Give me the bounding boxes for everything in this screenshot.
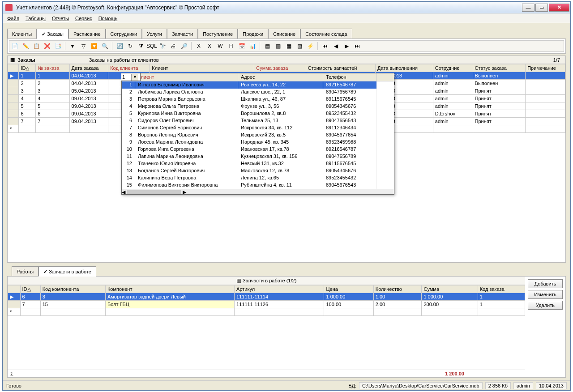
toolbar-delete-icon[interactable]: ❌ bbox=[43, 42, 51, 51]
menu-service[interactable]: Сервис bbox=[73, 15, 95, 22]
subtab-parts-in-work[interactable]: ✓Запчасти в работе bbox=[38, 266, 96, 277]
toolbar-layout4-icon[interactable]: ▧ bbox=[295, 42, 304, 51]
dropdown-row[interactable]: 14Калинина Вера Петровна Ленина 12, кв.6… bbox=[122, 175, 394, 182]
toolbar-first-icon[interactable]: ⏮ bbox=[321, 42, 329, 51]
menu-help[interactable]: Помощь bbox=[96, 15, 120, 22]
toolbar-sql-icon[interactable]: SQL bbox=[147, 42, 156, 51]
toolbar-preview-icon[interactable]: 🔎 bbox=[180, 42, 188, 51]
toolbar-html-icon[interactable]: H bbox=[227, 42, 235, 51]
menu-file[interactable]: Файл bbox=[4, 15, 22, 22]
col-header[interactable]: Сумма bbox=[422, 285, 478, 293]
menu-reports[interactable]: Отчеты bbox=[49, 15, 72, 22]
toolbar-last-icon[interactable]: ⏭ bbox=[353, 42, 362, 51]
dropdown-row[interactable]: 6Сидоров Олег Петрович Тельмана 25, 1389… bbox=[122, 117, 394, 124]
col-header[interactable]: Дата выполнения bbox=[376, 64, 433, 72]
dropdown-row[interactable]: 15Филимонова Виктория Викторовна Рубиншт… bbox=[122, 182, 394, 189]
col-header[interactable]: Компонент bbox=[105, 285, 234, 293]
maximize-button[interactable]: ▭ bbox=[535, 4, 548, 12]
toolbar-layout3-icon[interactable]: ▦ bbox=[284, 42, 293, 51]
col-header[interactable]: Сумма заказа bbox=[254, 64, 306, 72]
toolbar-find-icon[interactable]: 🔍 bbox=[100, 42, 109, 51]
toolbar-next-icon[interactable]: ▶ bbox=[342, 42, 351, 51]
tab-income[interactable]: Поступление bbox=[198, 29, 238, 38]
dropdown-row[interactable]: 12Ткаченко Юлия Игоревна Невский 131, кв… bbox=[122, 160, 394, 167]
dropdown-row[interactable]: 9Лосева Марина Леонидовна Народная 45, к… bbox=[122, 139, 394, 146]
client-code-field[interactable] bbox=[121, 74, 131, 80]
toolbar-refresh2-icon[interactable]: ↻ bbox=[126, 42, 135, 51]
dropdown-row[interactable]: 11Лапина Марина Леонидовна Кузнецовская … bbox=[122, 153, 394, 160]
col-header[interactable]: Стоимость запчастей bbox=[306, 64, 375, 72]
client-dropdown[interactable]: ▼ ID△ Клиент Адрес Телефон 1Игнатов Влад… bbox=[121, 73, 394, 195]
dropdown-row[interactable]: 13Богданов Сергей Викторович Маяковская … bbox=[122, 167, 394, 175]
col-header[interactable]: Цена bbox=[324, 285, 373, 293]
col-header[interactable]: Код клиента bbox=[108, 64, 150, 72]
dropdown-row[interactable]: 7Симонов Сергей Борисович Искровская 34,… bbox=[122, 124, 394, 132]
new-row[interactable]: * bbox=[8, 308, 525, 316]
dropdown-row[interactable]: 5Курилова Инна Викторовна Ворошилова 2, … bbox=[122, 110, 394, 117]
toolbar-filter-icon[interactable]: ▼ bbox=[68, 42, 77, 51]
tab-services[interactable]: Услуги bbox=[142, 29, 167, 38]
bottom-panel: ▦ Запчасти в работе (1/2) ID△Код компоне… bbox=[7, 276, 566, 378]
col-header[interactable]: Код заказа bbox=[478, 285, 525, 293]
chevron-down-icon[interactable]: ▼ bbox=[131, 74, 138, 81]
toolbar-funnel-icon[interactable]: ⧩ bbox=[137, 42, 145, 51]
toolbar-excel-icon[interactable]: X bbox=[194, 42, 203, 51]
toolbar-word-icon[interactable]: W bbox=[216, 42, 225, 51]
minimize-button[interactable]: — bbox=[522, 4, 535, 12]
col-header[interactable]: Сотрудник bbox=[433, 64, 473, 72]
tab-employees[interactable]: Сотрудники bbox=[106, 29, 142, 38]
tab-writeoff[interactable]: Списание bbox=[268, 29, 300, 38]
col-header[interactable]: № заказа bbox=[36, 64, 69, 72]
toolbar-print-icon[interactable]: 🖨 bbox=[169, 42, 178, 51]
col-header[interactable]: ID△ bbox=[19, 64, 36, 72]
col-header[interactable]: Количество bbox=[373, 285, 422, 293]
tab-parts[interactable]: Запчасти bbox=[167, 29, 198, 38]
tab-clients[interactable]: Клиенты bbox=[7, 29, 37, 38]
client-code-input[interactable]: ▼ bbox=[121, 73, 141, 81]
tab-schedule[interactable]: Расписание bbox=[68, 29, 106, 38]
toolbar-calendar-icon[interactable]: 📅 bbox=[237, 42, 246, 51]
toolbar-filter-adv-icon[interactable]: 🔽 bbox=[90, 42, 98, 51]
toolbar-excel2-icon[interactable]: X bbox=[205, 42, 214, 51]
dropdown-scrollbar[interactable]: ◀▶ bbox=[122, 189, 394, 194]
menu-tables[interactable]: Таблицы bbox=[23, 15, 48, 22]
toolbar-copy-icon[interactable]: 📋 bbox=[32, 42, 41, 51]
delete-button[interactable]: Удалить bbox=[528, 301, 563, 310]
table-row[interactable]: 715Болт ГБЦ111111-11126100.002.00200.001 bbox=[8, 301, 525, 308]
subtab-works[interactable]: Работы bbox=[12, 266, 38, 276]
toolbar-prev-icon[interactable]: ◀ bbox=[331, 42, 340, 51]
toolbar-layout2-icon[interactable]: ▥ bbox=[274, 42, 282, 51]
toolbar-refresh-icon[interactable]: 🔄 bbox=[115, 42, 124, 51]
col-header[interactable]: Дата заказа bbox=[69, 64, 108, 72]
dropdown-body[interactable]: 1Игнатов Владимир Иванович Рылеева ул., … bbox=[122, 81, 394, 189]
tab-stock[interactable]: Состояние склада bbox=[300, 29, 352, 38]
toolbar-layout1-icon[interactable]: ▤ bbox=[263, 42, 272, 51]
dropdown-row[interactable]: 8Воронов Леонид Юрьевич Искровский 23, к… bbox=[122, 132, 394, 139]
close-button[interactable]: ✕ bbox=[549, 4, 569, 12]
tab-orders[interactable]: ✓Заказы bbox=[37, 29, 68, 39]
col-header[interactable]: Код компонента bbox=[40, 285, 105, 293]
table-row[interactable]: ▶63Амортизатор задней двери Левый111111-… bbox=[8, 293, 525, 301]
dropdown-row[interactable]: 10Горлова Инга Сергеевна Ивановская 17, … bbox=[122, 146, 394, 153]
add-button[interactable]: Добавить bbox=[528, 279, 563, 288]
col-header[interactable]: Клиент bbox=[150, 64, 254, 72]
bottom-title: ▦ Запчасти в работе (1/2) bbox=[8, 277, 525, 285]
toolbar-chart-icon[interactable]: 📊 bbox=[248, 42, 257, 51]
col-header[interactable]: ID△ bbox=[20, 285, 40, 293]
toolbar-export-icon[interactable]: 📑 bbox=[53, 42, 62, 51]
toolbar-new-icon[interactable]: 📄 bbox=[10, 42, 19, 51]
toolbar-flash-icon[interactable]: ⚡ bbox=[306, 42, 315, 51]
tab-sales[interactable]: Продажи bbox=[238, 29, 268, 38]
col-header[interactable]: Статус заказа bbox=[473, 64, 526, 72]
dropdown-row[interactable]: 4Миронова Ольга Петровна Фрунзе ул., 3, … bbox=[122, 103, 394, 110]
dropdown-row[interactable]: 3Петрова Марина Валерьевна Шкапина ул., … bbox=[122, 96, 394, 103]
parts-grid[interactable]: ID△Код компонентаКомпонентАртикулЦенаКол… bbox=[8, 285, 525, 316]
edit-button[interactable]: Изменить bbox=[528, 290, 563, 299]
toolbar-edit-icon[interactable]: ✏️ bbox=[21, 42, 30, 51]
col-header[interactable]: Примечание bbox=[526, 64, 565, 72]
toolbar-filter-off-icon[interactable]: ▽ bbox=[79, 42, 88, 51]
dropdown-row[interactable]: 2Любимова Лариса Олеговна Ланское шос., … bbox=[122, 89, 394, 96]
col-header[interactable]: Артикул bbox=[235, 285, 324, 293]
dropdown-row[interactable]: 1Игнатов Владимир Иванович Рылеева ул., … bbox=[122, 81, 394, 89]
toolbar-binoculars-icon[interactable]: 🔭 bbox=[158, 42, 167, 51]
